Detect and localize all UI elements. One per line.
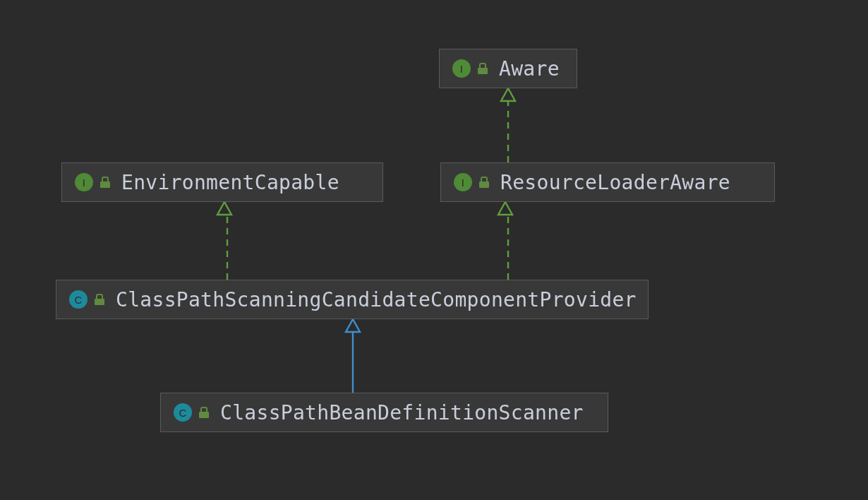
- class-icon: C: [69, 290, 88, 309]
- lock-icon: [199, 407, 209, 418]
- node-classpath-scanning-candidate-component-provider[interactable]: C ClassPathScanningCandidateComponentPro…: [56, 280, 649, 319]
- lock-icon: [479, 177, 489, 188]
- lock-icon: [478, 63, 488, 74]
- node-label: Aware: [499, 57, 560, 81]
- node-label: ClassPathScanningCandidateComponentProvi…: [116, 288, 637, 311]
- svg-marker-2: [498, 202, 512, 215]
- svg-marker-3: [346, 319, 360, 332]
- node-resource-loader-aware[interactable]: I ResourceLoaderAware: [440, 162, 775, 202]
- interface-icon: I: [452, 59, 471, 78]
- lock-icon: [95, 294, 104, 305]
- svg-marker-1: [217, 202, 231, 215]
- node-label: ClassPathBeanDefinitionScanner: [220, 401, 584, 424]
- class-icon: C: [174, 403, 192, 422]
- interface-icon: I: [75, 173, 93, 191]
- uml-diagram-canvas: I Aware I EnvironmentCapable I ResourceL…: [0, 0, 868, 500]
- node-label: EnvironmentCapable: [121, 171, 339, 194]
- node-label: ResourceLoaderAware: [500, 171, 730, 194]
- node-aware[interactable]: I Aware: [439, 49, 577, 88]
- node-environment-capable[interactable]: I EnvironmentCapable: [61, 162, 383, 202]
- lock-icon: [100, 177, 110, 188]
- interface-icon: I: [454, 173, 472, 191]
- svg-marker-0: [501, 88, 515, 101]
- node-classpath-bean-definition-scanner[interactable]: C ClassPathBeanDefinitionScanner: [160, 393, 608, 432]
